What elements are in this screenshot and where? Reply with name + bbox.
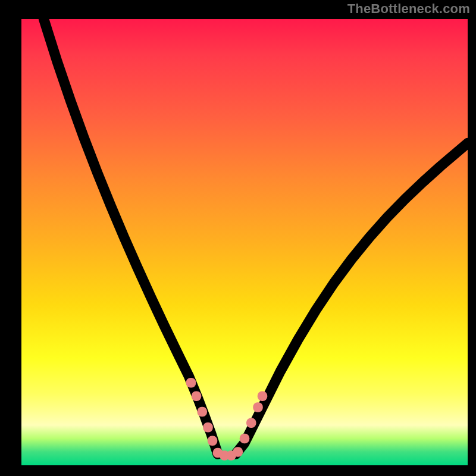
highlight-dot [246,418,256,428]
highlight-dot [192,392,202,402]
plot-area [21,19,468,465]
right-curve [236,143,468,455]
highlight-dot [203,422,213,433]
curve-layer [21,19,468,465]
highlight-dot [240,434,250,444]
highlight-dot [198,407,208,417]
watermark-text: TheBottleneck.com [347,1,470,17]
highlight-dot [233,447,243,457]
highlight-dot [253,402,263,412]
highlight-dot [186,378,196,388]
highlight-dot [258,392,268,402]
highlight-dot [208,436,218,446]
left-curve [44,19,218,454]
chart-frame: TheBottleneck.com [0,0,476,476]
